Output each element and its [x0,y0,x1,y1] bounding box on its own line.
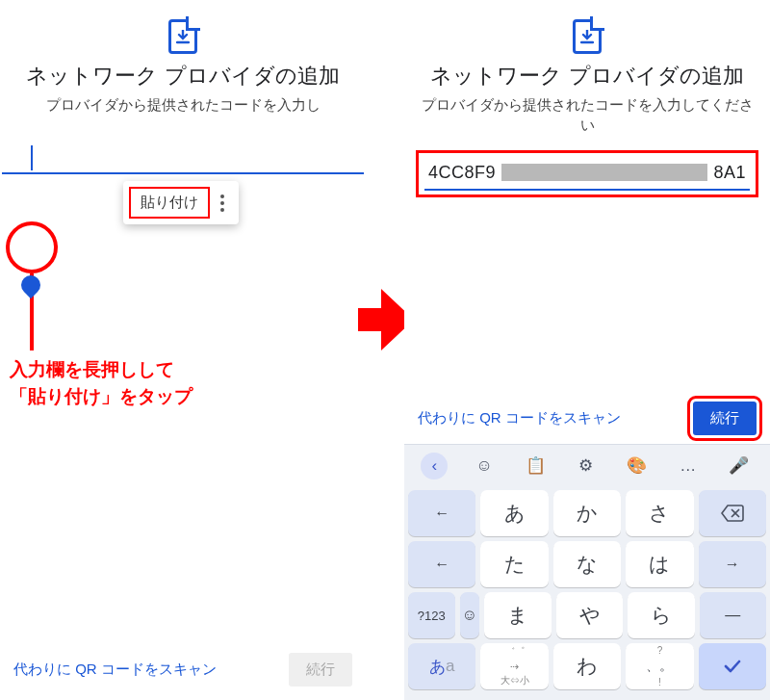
key-ra[interactable]: ら [628,592,694,638]
scan-qr-link[interactable]: 代わりに QR コードをスキャン [418,409,621,428]
code-prefix: 4CC8F9 [428,163,496,183]
key-na[interactable]: な [553,541,621,587]
mic-icon[interactable]: 🎤 [724,452,753,480]
key-ka[interactable]: か [553,490,621,536]
page-subtitle: プロバイダから提供されたコードを入力してください [420,94,755,135]
annotation-text-line2: 「貼り付け」をタップ [10,383,192,410]
code-input[interactable] [2,142,364,174]
key-sup: ? [657,645,663,656]
gear-icon[interactable]: ⚙ [572,452,601,480]
redacted-segment [501,164,707,181]
palette-icon[interactable]: 🎨 [623,452,652,480]
right-screen: ネットワーク プロバイダの追加 プロバイダから提供されたコードを入力してください… [404,0,770,700]
key-label: 、。 [646,658,673,675]
sim-download-icon [168,19,197,54]
keyboard-keys: ← あ か さ ← た な は → ?123 ☺ ま や ら [404,486,770,700]
chevron-left-icon[interactable]: ‹ [421,453,448,480]
annotation-text: 入力欄を長押しして 「貼り付け」をタップ [10,356,192,409]
sticker-icon[interactable]: ☺ [470,452,499,480]
key-mode-123[interactable]: ?123 [408,592,455,638]
annotation-circle [6,221,58,273]
key-sub: 大⇔小 [500,674,529,687]
key-dash[interactable]: — [700,592,766,638]
key-emoji[interactable]: ☺ [460,592,480,638]
code-input-highlight: 4CC8F9 8A1 [416,150,758,197]
key-enter[interactable] [699,643,766,689]
key-wa[interactable]: わ [553,643,621,689]
clipboard-icon[interactable]: 📋 [521,452,550,480]
code-suffix: 8A1 [713,163,746,183]
key-undo[interactable]: ← [408,490,475,536]
annotation-text-line1: 入力欄を長押しして [10,356,192,383]
key-sub: ! [658,677,661,687]
more-icon[interactable]: … [674,452,703,480]
paste-menu-item[interactable]: 貼り付け [129,187,210,219]
sim-download-icon [573,19,602,54]
key-backspace[interactable] [699,490,766,536]
text-caret [31,145,33,170]
key-cursor-left[interactable]: ← [408,541,475,587]
caret-handle-icon[interactable] [17,272,44,298]
key-label: ⇢ [510,661,519,673]
key-sa[interactable]: さ [626,490,693,536]
key-ma[interactable]: ま [484,592,551,638]
key-ta[interactable]: た [480,541,548,587]
key-dakuten[interactable]: ゛゜ ⇢ 大⇔小 [480,643,548,689]
page-title: ネットワーク プロバイダの追加 [15,62,350,91]
key-ya[interactable]: や [556,592,623,638]
context-menu: 貼り付け [123,181,239,224]
key-punct[interactable]: ? 、。 ! [626,643,693,689]
continue-button: 続行 [289,653,352,687]
bottom-bar: 代わりに QR コードをスキャン 続行 [0,653,366,687]
more-menu-icon[interactable] [212,194,233,212]
left-screen: ネットワーク プロバイダの追加 プロバイダから提供されたコードを入力し 貼り付け… [0,0,366,700]
code-input[interactable]: 4CC8F9 8A1 [424,159,750,191]
scan-qr-link[interactable]: 代わりに QR コードをスキャン [13,661,217,679]
keyboard-toolbar: ‹ ☺ 📋 ⚙ 🎨 … 🎤 [404,444,770,486]
key-a[interactable]: あ [480,490,548,536]
continue-button[interactable]: 続行 [693,402,757,435]
key-ha[interactable]: は [626,541,693,587]
bottom-bar: 代わりに QR コードをスキャン 続行 [404,402,770,435]
page-subtitle: プロバイダから提供されたコードを入力し [15,94,350,115]
key-mode-kana[interactable]: あa [408,643,475,689]
key-sup: ゛゜ [505,645,525,659]
soft-keyboard: ‹ ☺ 📋 ⚙ 🎨 … 🎤 ← あ か さ ← た な は [404,444,770,700]
key-cursor-right[interactable]: → [699,541,766,587]
page-title: ネットワーク プロバイダの追加 [420,62,755,91]
